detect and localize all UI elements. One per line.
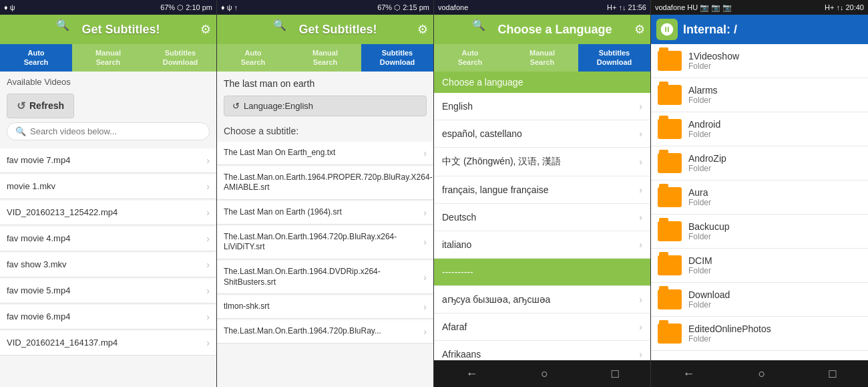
language-item-french[interactable]: français, langue française ›: [434, 176, 650, 204]
list-item[interactable]: fav movie 6.mp4 ›: [0, 305, 216, 330]
list-item[interactable]: fav movie 4.mp4 ›: [0, 227, 216, 251]
chevron-right-icon: ›: [423, 326, 427, 337]
list-item[interactable]: The.Last.Man.On.Earth.1964.720p.BluRay..…: [217, 320, 433, 344]
tab-subtitles-download-2[interactable]: SubtitlesDownload: [361, 44, 433, 72]
recent-button-4[interactable]: □: [829, 367, 837, 381]
status-right-2: 67% ⬡ 2:15 pm: [377, 3, 429, 12]
status-left-3: vodafone: [438, 3, 468, 11]
folder-item-1videoshow[interactable]: 1Videoshow Folder: [651, 44, 868, 78]
chevron-right-icon: ›: [639, 156, 642, 167]
status-bar-1: ♦ ψ 67% ⬡ 2:10 pm: [0, 0, 216, 15]
language-item-italian[interactable]: italiano ›: [434, 231, 650, 259]
app-header-3: 🔍 Choose a Language ⚙: [434, 15, 650, 44]
chevron-right-icon: ›: [206, 311, 210, 322]
list-item[interactable]: The Last Man on Earth (1964).srt ›: [217, 201, 433, 225]
folder-item-aura[interactable]: Aura Folder: [651, 180, 868, 215]
tabs-2: AutoSearch ManualSearch SubtitlesDownloa…: [217, 44, 433, 72]
gear-icon-1[interactable]: ⚙: [200, 22, 211, 37]
content-3: Choose a language English › español, cas…: [434, 72, 650, 360]
tab-subtitles-download-3[interactable]: SubtitlesDownload: [578, 44, 650, 72]
gear-icon-2[interactable]: ⚙: [417, 22, 428, 37]
list-item[interactable]: The.Last.Man.On.Earth.1964.720p.BluRay.x…: [217, 226, 433, 259]
folder-item-download[interactable]: Download Folder: [651, 283, 868, 317]
refresh-button[interactable]: ↺ Refresh: [7, 94, 74, 118]
folder-icon: [658, 119, 682, 139]
chevron-right-icon: ›: [206, 259, 210, 270]
tabs-1: AutoSearch ManualSearch SubtitlesDownloa…: [0, 44, 216, 72]
content-1: Available Videos ↺ Refresh 🔍 fav movie 7…: [0, 72, 216, 387]
language-item-abkhazian[interactable]: аҧсуа бызшәа, аҧсшәа ›: [434, 286, 650, 313]
status-right-1: 67% ⬡ 2:10 pm: [160, 3, 212, 12]
panel-subtitles-download: ♦ ψ ↑ 67% ⬡ 2:15 pm 🔍 Get Subtitles! ⚙ A…: [217, 0, 434, 387]
tab-manual-search-3[interactable]: ManualSearch: [506, 44, 578, 72]
list-item[interactable]: VID_20160213_125422.mp4 ›: [0, 201, 216, 225]
folder-icon: [658, 187, 682, 207]
tab-manual-search-2[interactable]: ManualSearch: [289, 44, 361, 72]
language-item-afar[interactable]: Afaraf ›: [434, 313, 650, 341]
language-item-chinese[interactable]: 中文 (Zhōngwén), 汉语, 漢語 ›: [434, 148, 650, 176]
folder-path-title: Internal: /: [683, 23, 737, 37]
list-item[interactable]: The.Last.Man.On.Earth.1964.DVDRip.x264-S…: [217, 261, 433, 294]
language-item-spanish[interactable]: español, castellano ›: [434, 120, 650, 148]
video-list: fav movie 7.mp4 › movie 1.mkv › VID_2016…: [0, 144, 216, 360]
folder-icon: [658, 255, 682, 275]
app-header-2: 🔍 Get Subtitles! ⚙: [217, 15, 433, 44]
list-item[interactable]: The.Last.Man.on.Earth.1964.PROPER.720p.B…: [217, 166, 433, 200]
tab-manual-search-1[interactable]: ManualSearch: [72, 44, 144, 72]
tab-auto-search-3[interactable]: AutoSearch: [434, 44, 506, 72]
tab-auto-search-2[interactable]: AutoSearch: [217, 44, 289, 72]
folder-item-androzip[interactable]: AndroZip Folder: [651, 146, 868, 180]
language-icon: ↺: [232, 101, 240, 111]
chevron-right-icon: ›: [206, 338, 210, 348]
panel-auto-search: ♦ ψ 67% ⬡ 2:10 pm 🔍 Get Subtitles! ⚙ Aut…: [0, 0, 217, 387]
app-title-2: Get Subtitles!: [298, 23, 377, 37]
language-item-english[interactable]: English ›: [434, 93, 650, 120]
chevron-right-icon: ›: [423, 301, 427, 312]
back-button-3[interactable]: ←: [465, 367, 477, 381]
chevron-right-icon: ›: [206, 181, 210, 192]
chevron-right-icon: ›: [639, 239, 642, 250]
chevron-right-icon: ›: [639, 128, 642, 139]
home-button-4[interactable]: ○: [758, 367, 766, 381]
status-bar-2: ♦ ψ ↑ 67% ⬡ 2:15 pm: [217, 0, 433, 15]
language-item-german[interactable]: Deutsch ›: [434, 204, 650, 231]
folder-item-backucup[interactable]: Backucup Folder: [651, 215, 868, 249]
movie-title: The last man on earth: [217, 72, 433, 93]
panel-file-browser: vodafone HU 📷 📷 📷 H+ ↑↓ 20:40 Internal: …: [651, 0, 868, 387]
list-item[interactable]: fav movie 7.mp4 ›: [0, 148, 216, 173]
language-item-afrikaans[interactable]: Afrikaans ›: [434, 341, 650, 360]
search-bar: 🔍: [7, 122, 210, 140]
folder-item-editedonlinephotos[interactable]: EditedOnlinePhotos Folder: [651, 317, 868, 351]
chevron-right-icon: ›: [639, 294, 642, 305]
home-button-3[interactable]: ○: [541, 367, 548, 381]
list-item[interactable]: VID_20160214_164137.mp4 ›: [0, 331, 216, 356]
language-button[interactable]: ↺ Language:English: [224, 96, 427, 116]
chevron-right-icon: ›: [423, 237, 427, 247]
back-button-4[interactable]: ←: [683, 367, 695, 381]
chevron-right-icon: ›: [423, 148, 427, 158]
search-icon: 🔍: [15, 126, 26, 136]
nav-bar-3: ← ○ □: [434, 360, 650, 387]
app-header-4: Internal: /: [651, 15, 868, 44]
tab-auto-search-1[interactable]: AutoSearch: [0, 44, 72, 72]
chevron-right-icon: ›: [206, 233, 210, 244]
recent-button-3[interactable]: □: [612, 367, 619, 381]
status-left-2: ♦ ψ ↑: [221, 3, 238, 11]
status-bar-3: vodafone H+ ↑↓ 21:56: [434, 0, 650, 15]
gear-icon-3[interactable]: ⚙: [634, 22, 645, 37]
list-item[interactable]: movie 1.mkv ›: [0, 174, 216, 199]
folder-item-alarms[interactable]: Alarms Folder: [651, 78, 868, 112]
tab-subtitles-download-1[interactable]: SubtitlesDownload: [144, 44, 216, 72]
list-item[interactable]: fav movie 5.mp4 ›: [0, 279, 216, 303]
list-item[interactable]: The Last Man On Earth_eng.txt ›: [217, 142, 433, 165]
panel-choose-language: vodafone H+ ↑↓ 21:56 🔍 Choose a Language…: [434, 0, 651, 387]
search-input[interactable]: [30, 126, 201, 136]
content-2: The last man on earth ↺ Language:English…: [217, 72, 433, 387]
folder-item-dcim[interactable]: DCIM Folder: [651, 249, 868, 283]
folder-icon: [658, 221, 682, 241]
folder-icon: [658, 153, 682, 173]
list-item[interactable]: fav show 3.mkv ›: [0, 253, 216, 277]
status-right-4: H+ ↑↓ 20:40: [825, 3, 864, 11]
list-item[interactable]: tlmon-shk.srt ›: [217, 295, 433, 319]
folder-item-android[interactable]: Android Folder: [651, 112, 868, 146]
